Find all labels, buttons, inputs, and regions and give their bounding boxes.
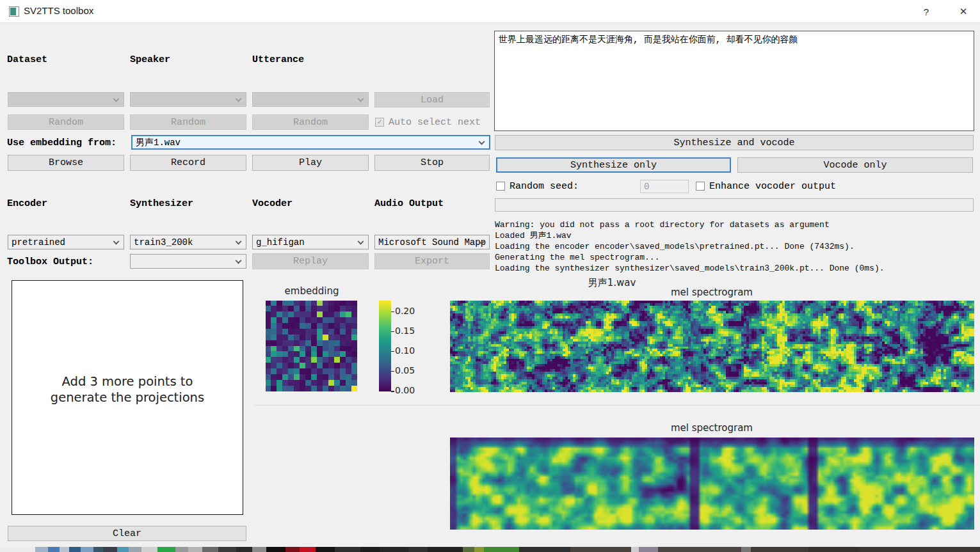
desktop-strip-segment bbox=[741, 547, 751, 552]
dataset-label: Dataset bbox=[7, 54, 47, 65]
desktop-strip-segment bbox=[141, 547, 157, 552]
random-seed-checkbox[interactable] bbox=[496, 182, 505, 191]
record-button[interactable]: Record bbox=[130, 155, 246, 171]
desktop-strip-segment bbox=[484, 547, 519, 552]
desktop-strip-segment bbox=[380, 547, 408, 552]
colorbar-tick-label: 0.20 bbox=[395, 306, 415, 316]
desktop-strip-segment bbox=[658, 547, 741, 552]
log-output: Warning: you did not pass a root directo… bbox=[495, 219, 885, 274]
stop-button[interactable]: Stop bbox=[374, 155, 490, 171]
colorbar-tick-label: 0.00 bbox=[395, 385, 415, 395]
replay-button[interactable]: Replay bbox=[252, 253, 369, 269]
vocoder-label: Vocoder bbox=[252, 198, 293, 209]
vocoder-value: g_hifigan bbox=[256, 237, 305, 248]
figure-divider bbox=[254, 405, 980, 406]
audio-output-value: Microsoft Sound Mapp bbox=[378, 237, 486, 248]
desktop-strip-segment bbox=[93, 547, 103, 552]
enhance-vocoder-checkbox[interactable] bbox=[696, 182, 705, 191]
help-button[interactable]: ? bbox=[912, 0, 941, 23]
use-embedding-label: Use embedding from: bbox=[7, 138, 116, 148]
auto-select-label: Auto select next bbox=[389, 117, 481, 128]
clear-button[interactable]: Clear bbox=[8, 526, 246, 541]
desktop-strip bbox=[0, 547, 980, 552]
desktop-strip-segment bbox=[129, 547, 141, 552]
desktop-strip-segment bbox=[463, 547, 474, 552]
encoder-label: Encoder bbox=[7, 198, 47, 209]
chevron-down-icon bbox=[236, 95, 242, 102]
synthesizer-select[interactable]: train3_200k bbox=[130, 235, 246, 249]
mel-top-title: mel spectrogram bbox=[671, 287, 753, 298]
desktop-strip-segment bbox=[300, 547, 316, 552]
synthesize-only-button[interactable]: Synthesize only bbox=[496, 157, 731, 173]
dataset-random-button[interactable]: Random bbox=[8, 114, 124, 130]
text-input[interactable]: 世界上最遥远的距离不是天涯海角, 而是我站在你面前, 却看不见你的容颜 bbox=[494, 31, 974, 131]
desktop-strip-segment bbox=[285, 547, 300, 552]
vocode-only-button[interactable]: Vocode only bbox=[737, 157, 973, 173]
colorbar-tick-label: 0.10 bbox=[395, 345, 415, 356]
load-button[interactable]: Load bbox=[374, 92, 490, 107]
desktop-strip-segment bbox=[81, 547, 93, 552]
seed-input[interactable] bbox=[640, 180, 689, 193]
desktop-strip-segment bbox=[408, 547, 428, 552]
chevron-down-icon bbox=[358, 238, 364, 244]
synthesizer-value: train3_200k bbox=[134, 237, 193, 248]
desktop-strip-segment bbox=[266, 547, 285, 552]
colorbar-tick-label: 0.05 bbox=[395, 365, 415, 375]
toolbox-output-select[interactable] bbox=[130, 254, 246, 269]
play-button[interactable]: Play bbox=[252, 155, 369, 171]
desktop-strip-segment bbox=[751, 547, 808, 552]
chevron-down-icon bbox=[113, 95, 120, 102]
browse-button[interactable]: Browse bbox=[8, 155, 124, 171]
embedding-source-select[interactable]: 男声1.wav bbox=[131, 135, 490, 150]
synthesizer-label: Synthesizer bbox=[130, 198, 193, 209]
audio-output-label: Audio Output bbox=[374, 198, 444, 209]
projections-plot: Add 3 more points to generate the projec… bbox=[12, 280, 243, 515]
utterance-select[interactable] bbox=[252, 92, 369, 107]
chevron-down-icon bbox=[358, 95, 364, 102]
embedding-title: embedding bbox=[285, 285, 339, 297]
synthesize-and-vocode-button[interactable]: Synthesize and vocode bbox=[495, 135, 974, 150]
desktop-strip-segment bbox=[236, 547, 252, 552]
chevron-down-icon bbox=[113, 238, 120, 244]
desktop-strip-segment bbox=[48, 547, 60, 552]
desktop-strip-segment bbox=[428, 547, 463, 552]
desktop-strip-segment bbox=[0, 547, 35, 552]
desktop-strip-segment bbox=[60, 547, 69, 552]
desktop-strip-segment bbox=[69, 547, 81, 552]
chevron-down-icon bbox=[479, 138, 485, 145]
title-bar: SV2TTS toolbox ? ✕ bbox=[0, 0, 980, 23]
utterance-random-button[interactable]: Random bbox=[252, 114, 369, 130]
mel-spectrogram-bottom bbox=[450, 438, 974, 530]
audio-output-select[interactable]: Microsoft Sound Mapp bbox=[374, 235, 490, 249]
close-icon[interactable]: ✕ bbox=[949, 0, 978, 23]
desktop-strip-segment bbox=[157, 547, 175, 552]
embedding-heatmap bbox=[266, 301, 357, 391]
embedding-colorbar bbox=[379, 301, 391, 391]
desktop-strip-segment bbox=[252, 547, 266, 552]
desktop-strip-segment bbox=[175, 547, 188, 552]
desktop-strip-segment bbox=[335, 547, 360, 552]
projections-message: Add 3 more points to generate the projec… bbox=[51, 374, 204, 406]
desktop-strip-segment bbox=[570, 547, 631, 552]
mel-bottom-title: mel spectrogram bbox=[671, 422, 753, 434]
desktop-strip-segment bbox=[117, 547, 129, 552]
dataset-select[interactable] bbox=[8, 92, 124, 107]
sv2tts-window: SV2TTS toolbox ? ✕ Dataset Speaker Utter… bbox=[0, 0, 980, 552]
encoder-value: pretrained bbox=[12, 237, 65, 248]
desktop-strip-segment bbox=[808, 547, 860, 552]
encoder-select[interactable]: pretrained bbox=[8, 235, 124, 249]
desktop-strip-segment bbox=[631, 547, 639, 552]
utterance-label: Utterance bbox=[252, 54, 304, 65]
speaker-select[interactable] bbox=[130, 92, 246, 107]
speaker-label: Speaker bbox=[130, 54, 170, 65]
speaker-random-button[interactable]: Random bbox=[130, 114, 246, 130]
desktop-strip-segment bbox=[35, 547, 48, 552]
desktop-strip-segment bbox=[519, 547, 570, 552]
vocoder-select[interactable]: g_hifigan bbox=[252, 235, 369, 249]
desktop-strip-segment bbox=[103, 547, 117, 552]
desktop-strip-segment bbox=[202, 547, 218, 552]
export-button[interactable]: Export bbox=[374, 253, 490, 269]
chevron-down-icon bbox=[236, 257, 242, 264]
embedding-source-value: 男声1.wav bbox=[136, 137, 181, 148]
auto-select-checkbox[interactable]: ✓ bbox=[375, 118, 384, 127]
